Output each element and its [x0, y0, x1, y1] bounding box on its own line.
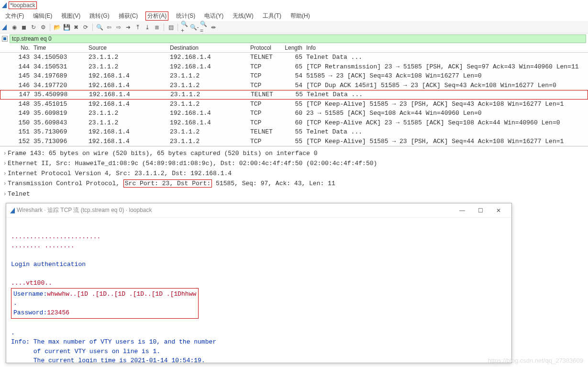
- menu-item[interactable]: 分析(A): [145, 11, 168, 21]
- username-value: whwwhw..[1D .[1D..[1D .[1D..[1D .[1Dhhww: [47, 290, 196, 298]
- go-back-button[interactable]: ⇦: [105, 23, 113, 31]
- menu-item[interactable]: 捕获(C): [117, 12, 140, 20]
- go-forward-button[interactable]: ⇨: [115, 23, 122, 31]
- auto-scroll-button[interactable]: ≣: [153, 23, 161, 31]
- cell-info: 23 → 51585 [ACK] Seq=108 Ack=44 Win=4096…: [304, 109, 588, 117]
- ip-summary[interactable]: Internet Protocol Version 4, Src: 23.1.1…: [4, 168, 584, 178]
- menu-item[interactable]: 编辑(E): [32, 12, 54, 20]
- ethernet-summary[interactable]: Ethernet II, Src: HuaweiTe_d1:08:9c (54:…: [4, 158, 584, 168]
- cell-len: 55: [282, 137, 304, 145]
- go-first-button[interactable]: ⤒: [134, 23, 142, 31]
- menu-item[interactable]: 无线(W): [231, 12, 255, 20]
- go-to-packet-button[interactable]: ➜: [124, 23, 132, 31]
- capture-start-button[interactable]: ◉: [11, 23, 18, 31]
- cell-no: 149: [2, 109, 32, 117]
- column-length[interactable]: Length: [282, 44, 304, 52]
- save-button[interactable]: 💾: [63, 23, 70, 31]
- find-button[interactable]: 🔍: [96, 23, 103, 31]
- packet-row[interactable]: 14534.197689192.168.1.423.1.1.2TCP545158…: [0, 71, 588, 81]
- packet-row[interactable]: 14634.197720192.168.1.423.1.1.2TCP54[TCP…: [0, 81, 588, 90]
- packet-row[interactable]: 15235.713096192.168.1.423.1.1.2TCP55[TCP…: [0, 137, 588, 146]
- cell-dst: 192.168.1.4: [168, 119, 248, 127]
- cell-time: 34.150531: [32, 63, 87, 71]
- display-filter-input[interactable]: [10, 34, 586, 43]
- minimize-button[interactable]: —: [453, 205, 471, 216]
- stream-line: ........................: [11, 233, 100, 240]
- cell-len: 60: [282, 109, 304, 117]
- packet-row[interactable]: 14835.451015192.168.1.423.1.1.2TCP55[TCP…: [0, 100, 588, 109]
- cell-time: 34.197689: [32, 72, 87, 80]
- reload-button[interactable]: ⟳: [82, 23, 89, 31]
- menu-item[interactable]: 统计(S): [175, 12, 197, 20]
- menu-item[interactable]: 文件(F): [4, 12, 25, 20]
- cell-info: Telnet Data ...: [305, 90, 588, 99]
- column-no[interactable]: No.: [2, 44, 32, 52]
- password-label: Password:: [13, 309, 47, 316]
- column-destination[interactable]: Destination: [168, 44, 248, 52]
- packet-row[interactable]: 14735.450998192.168.1.423.1.1.2TELNET55T…: [0, 90, 588, 100]
- cell-dst: 23.1.1.2: [168, 137, 248, 145]
- packet-row[interactable]: 14935.60981923.1.1.2192.168.1.4TCP6023 →…: [0, 109, 588, 118]
- packet-details-pane[interactable]: Frame 143: 65 bytes on wire (520 bits), …: [0, 146, 588, 201]
- cell-len: 65: [282, 63, 304, 71]
- column-info[interactable]: Info: [304, 44, 588, 52]
- packet-row[interactable]: 15035.60984323.1.1.2192.168.1.4TCP60[TCP…: [0, 118, 588, 128]
- packet-list-header: No. Time Source Destination Protocol Len…: [0, 44, 588, 53]
- cell-no: 151: [2, 128, 32, 136]
- cell-dst: 23.1.1.2: [168, 81, 248, 89]
- column-protocol[interactable]: Protocol: [248, 44, 282, 52]
- capture-restart-button[interactable]: ↻: [30, 23, 37, 31]
- watermark: https://blog.csdn.net/qq_27383609: [488, 357, 584, 364]
- cell-len: 55: [282, 128, 304, 136]
- column-source[interactable]: Source: [87, 44, 168, 52]
- cell-time: 34.197720: [32, 81, 87, 89]
- cell-dst: 192.168.1.4: [168, 63, 248, 71]
- cell-time: 35.713069: [32, 128, 87, 136]
- resize-columns-button[interactable]: ⇹: [210, 23, 217, 31]
- cell-info: [TCP Keep-Alive] 51585 → 23 [PSH, ACK] S…: [304, 137, 588, 145]
- filter-bookmark-icon[interactable]: [2, 36, 8, 42]
- frame-summary[interactable]: Frame 143: 65 bytes on wire (520 bits), …: [4, 148, 584, 158]
- open-button[interactable]: 📂: [53, 23, 61, 31]
- close-window-button[interactable]: ✕: [489, 205, 508, 216]
- packet-row[interactable]: 15135.713069192.168.1.423.1.1.2TELNET55T…: [0, 127, 588, 137]
- packet-list[interactable]: 14334.15050323.1.1.2192.168.1.4TELNET65T…: [0, 53, 588, 146]
- menu-item[interactable]: 工具(T): [261, 12, 283, 20]
- menu-item[interactable]: 跳转(G): [88, 12, 111, 20]
- cell-src: 192.168.1.4: [87, 90, 168, 99]
- credentials-highlight-box: Username:whwwhw..[1D .[1D..[1D .[1D..[1D…: [11, 288, 199, 319]
- separator-icon: [50, 23, 50, 31]
- packet-row[interactable]: 14434.15053123.1.1.2192.168.1.4TCP65[TCP…: [0, 62, 588, 72]
- stream-line: .: [11, 329, 15, 336]
- maximize-button[interactable]: ☐: [471, 205, 489, 216]
- capture-options-button[interactable]: ⚙: [39, 23, 47, 31]
- go-last-button[interactable]: ⤓: [144, 23, 151, 31]
- stream-line: ....vt100..: [11, 279, 52, 287]
- separator-icon: [164, 23, 164, 31]
- cell-info: Telnet Data ...: [304, 128, 588, 136]
- cell-proto: TCP: [248, 109, 282, 117]
- menu-item[interactable]: 视图(V): [60, 12, 82, 20]
- cell-proto: TCP: [248, 72, 282, 80]
- cell-dst: 23.1.1.2: [168, 128, 248, 136]
- packet-row[interactable]: 14334.15050323.1.1.2192.168.1.4TELNET65T…: [0, 53, 588, 62]
- cell-info: [TCP Retransmission] 23 → 51585 [PSH, AC…: [304, 63, 588, 71]
- menu-item[interactable]: 帮助(H): [289, 12, 311, 20]
- close-button[interactable]: ✖: [72, 23, 80, 31]
- cell-dst: 192.168.1.4: [168, 53, 248, 61]
- menu-item[interactable]: 电话(Y): [203, 12, 225, 20]
- telnet-summary[interactable]: Telnet: [4, 189, 584, 199]
- cell-src: 23.1.1.2: [87, 63, 168, 71]
- capture-stop-button[interactable]: ◼: [20, 23, 28, 31]
- zoom-in-button[interactable]: 🔍+: [181, 23, 189, 31]
- cell-no: 145: [2, 72, 32, 80]
- zoom-reset-button[interactable]: 🔍=: [200, 23, 208, 31]
- column-time[interactable]: Time: [32, 44, 87, 52]
- cell-time: 34.150503: [32, 53, 87, 61]
- tcp-summary[interactable]: Transmission Control Protocol, Src Port:…: [4, 178, 584, 189]
- zoom-out-button[interactable]: 🔍-: [190, 23, 198, 31]
- colorize-button[interactable]: ▤: [167, 23, 175, 31]
- stream-content[interactable]: ........................ ........ ......…: [6, 218, 511, 363]
- cell-no: 144: [2, 63, 32, 71]
- wireshark-app-icon: [2, 2, 7, 8]
